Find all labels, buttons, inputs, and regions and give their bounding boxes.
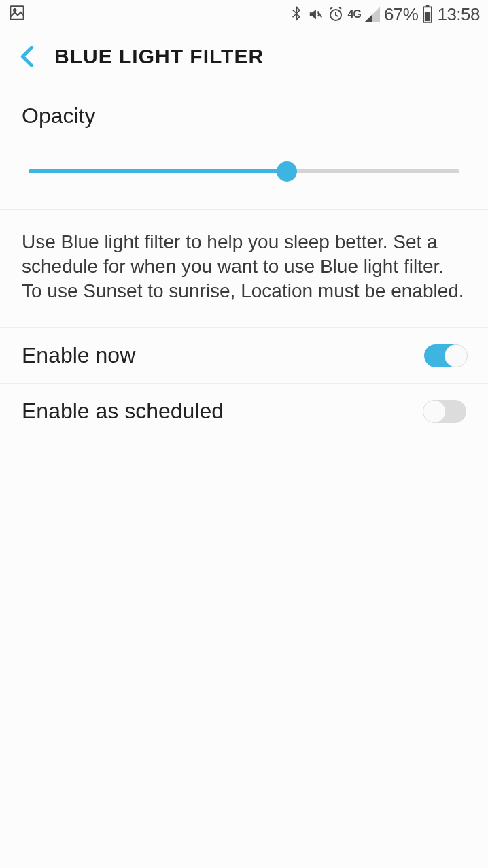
enable-scheduled-toggle[interactable]: [424, 400, 466, 423]
description-section: Use Blue light filter to help you sleep …: [0, 210, 488, 328]
page-title: BLUE LIGHT FILTER: [54, 45, 264, 68]
slider-thumb[interactable]: [277, 161, 297, 182]
description-text: Use Blue light filter to help you sleep …: [22, 230, 466, 303]
toggle-thumb: [445, 344, 468, 367]
nav-bar: BLUE LIGHT FILTER: [0, 29, 488, 84]
opacity-slider[interactable]: [29, 161, 459, 182]
enable-now-toggle[interactable]: [424, 344, 466, 367]
svg-point-1: [14, 9, 16, 11]
opacity-section: Opacity: [0, 84, 488, 210]
status-bar: 4G 67% 13:58: [0, 0, 488, 29]
enable-scheduled-label: Enable as scheduled: [22, 399, 224, 424]
clock-time: 13:58: [437, 4, 480, 25]
data-type-label: 4G: [348, 8, 361, 20]
battery-icon: [422, 5, 433, 23]
enable-scheduled-row[interactable]: Enable as scheduled: [0, 384, 488, 439]
alarm-icon: [328, 6, 344, 22]
enable-now-label: Enable now: [22, 343, 135, 368]
mute-icon: [307, 7, 324, 22]
back-button[interactable]: [14, 43, 41, 70]
toggle-thumb: [423, 400, 446, 423]
opacity-label: Opacity: [22, 103, 466, 129]
battery-percent: 67%: [384, 4, 419, 25]
svg-rect-6: [425, 12, 430, 21]
slider-fill: [29, 169, 287, 173]
content: Opacity Use Blue light filter to help yo…: [0, 84, 488, 439]
enable-now-row[interactable]: Enable now: [0, 328, 488, 384]
gallery-icon: [8, 4, 26, 22]
signal-icon: [365, 7, 380, 22]
bluetooth-icon: [290, 6, 303, 22]
